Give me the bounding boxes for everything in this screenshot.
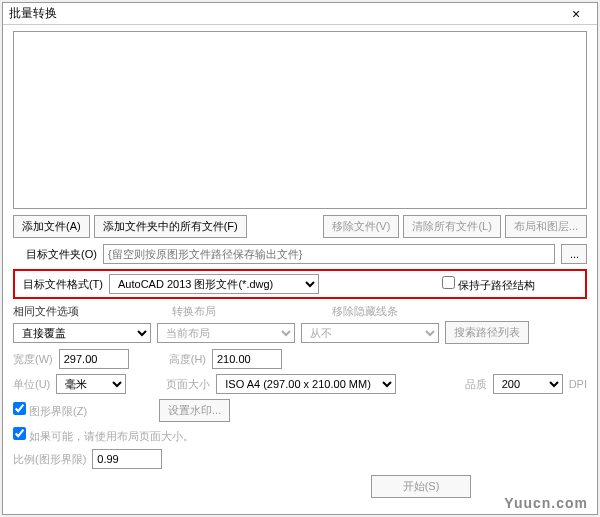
close-icon[interactable]: × — [561, 6, 591, 22]
target-format-select[interactable]: AutoCAD 2013 图形文件(*.dwg) — [109, 274, 319, 294]
keep-path-checkbox-label[interactable]: 保持子路径结构 — [442, 276, 535, 293]
footer-row: 开始(S) — [13, 475, 587, 498]
scale-input[interactable] — [92, 449, 162, 469]
height-input[interactable] — [212, 349, 282, 369]
unit-row: 单位(U) 毫米 页面大小 ISO A4 (297.00 x 210.00 MM… — [13, 374, 587, 394]
target-folder-row: 目标文件夹(O) ... — [13, 244, 587, 264]
set-watermark-button[interactable]: 设置水印... — [159, 399, 230, 422]
scale-row: 比例(图形界限) — [13, 449, 587, 469]
dimensions-row: 宽度(W) 高度(H) — [13, 349, 587, 369]
scale-label: 比例(图形界限) — [13, 452, 86, 467]
content-area: 添加文件(A) 添加文件夹中的所有文件(F) 移除文件(V) 清除所有文件(L)… — [3, 25, 597, 514]
unit-select[interactable]: 毫米 — [56, 374, 126, 394]
keep-path-checkbox[interactable] — [442, 276, 455, 289]
convert-layout-label: 转换布局 — [172, 304, 331, 319]
remove-hidden-select[interactable]: 从不 — [301, 323, 439, 343]
start-button[interactable]: 开始(S) — [371, 475, 471, 498]
add-file-button[interactable]: 添加文件(A) — [13, 215, 90, 238]
drawing-limit-row: 图形界限(Z) 设置水印... — [13, 399, 587, 422]
clear-all-button[interactable]: 清除所有文件(L) — [403, 215, 500, 238]
use-layout-checkbox-label[interactable]: 如果可能，请使用布局页面大小。 — [13, 427, 194, 444]
page-size-select[interactable]: ISO A4 (297.00 x 210.00 MM) — [216, 374, 396, 394]
remove-file-button[interactable]: 移除文件(V) — [323, 215, 400, 238]
batch-convert-dialog: 批量转换 × 添加文件(A) 添加文件夹中的所有文件(F) 移除文件(V) 清除… — [2, 2, 598, 515]
layout-layer-button[interactable]: 布局和图层... — [505, 215, 587, 238]
add-folder-button[interactable]: 添加文件夹中的所有文件(F) — [94, 215, 247, 238]
dialog-title: 批量转换 — [9, 5, 561, 22]
use-layout-row: 如果可能，请使用布局页面大小。 — [13, 427, 587, 444]
options-row: 直接覆盖 当前布局 从不 搜索路径列表 — [13, 321, 587, 344]
page-size-label: 页面大小 — [166, 377, 210, 392]
section-labels: 相同文件选项 转换布局 移除隐藏线条 — [13, 304, 587, 319]
watermark-text: Yuucn.com — [504, 495, 588, 511]
use-layout-checkbox[interactable] — [13, 427, 26, 440]
same-file-select[interactable]: 直接覆盖 — [13, 323, 151, 343]
quality-label: 品质 — [465, 377, 487, 392]
search-paths-button[interactable]: 搜索路径列表 — [445, 321, 529, 344]
unit-label: 单位(U) — [13, 377, 50, 392]
titlebar: 批量转换 × — [3, 3, 597, 25]
target-folder-label: 目标文件夹(O) — [13, 247, 97, 262]
dpi-label: DPI — [569, 378, 587, 390]
file-buttons-row: 添加文件(A) 添加文件夹中的所有文件(F) 移除文件(V) 清除所有文件(L)… — [13, 215, 587, 238]
drawing-limit-checkbox-label[interactable]: 图形界限(Z) — [13, 402, 87, 419]
quality-select[interactable]: 200 — [493, 374, 563, 394]
drawing-limit-checkbox[interactable] — [13, 402, 26, 415]
width-input[interactable] — [59, 349, 129, 369]
remove-hidden-label: 移除隐藏线条 — [332, 304, 491, 319]
same-file-label: 相同文件选项 — [13, 304, 172, 319]
target-folder-input[interactable] — [103, 244, 555, 264]
file-list[interactable] — [13, 31, 587, 209]
width-label: 宽度(W) — [13, 352, 53, 367]
target-format-label: 目标文件格式(T) — [19, 277, 103, 292]
target-format-row: 目标文件格式(T) AutoCAD 2013 图形文件(*.dwg) 保持子路径… — [13, 269, 587, 299]
height-label: 高度(H) — [169, 352, 206, 367]
convert-layout-select[interactable]: 当前布局 — [157, 323, 295, 343]
browse-button[interactable]: ... — [561, 244, 587, 264]
